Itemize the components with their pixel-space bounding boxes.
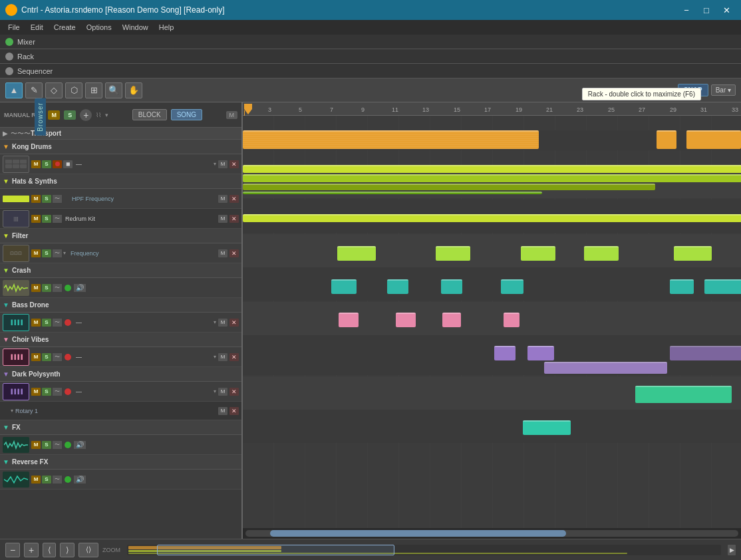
fx-s-btn[interactable]: S <box>42 441 51 449</box>
hats-s-btn[interactable]: S <box>42 195 51 203</box>
bass-mx-btn[interactable]: M <box>218 319 227 327</box>
scroll-end-btn[interactable]: ▶ <box>728 545 736 555</box>
bass-expand-btn[interactable]: ▾ <box>214 319 216 325</box>
rack-panel-header[interactable]: Rack <box>0 49 741 64</box>
fx-speaker-btn[interactable]: 🔊 <box>74 441 86 449</box>
filter-group[interactable]: ▼ Filter <box>0 229 241 243</box>
crash-wave-btn[interactable]: 〜 <box>53 284 62 292</box>
kong-m-btn[interactable]: M <box>31 160 41 168</box>
choir-m-btn[interactable]: M <box>31 353 41 361</box>
fx-clip-1[interactable] <box>635 386 732 403</box>
poly-m-btn[interactable]: M <box>31 388 41 396</box>
choir-x-btn[interactable]: ✕ <box>229 353 239 361</box>
rewind-btn[interactable]: ⟨ <box>43 543 56 557</box>
rfx-speaker-btn[interactable]: 🔊 <box>74 476 86 484</box>
bass-clip-2[interactable] <box>387 279 408 294</box>
fx-group[interactable]: ▼ FX <box>0 420 241 435</box>
redrum-mx-btn[interactable]: M <box>218 215 227 223</box>
rotary-x-btn[interactable]: ✕ <box>229 407 239 415</box>
crash-speaker-btn[interactable]: 🔊 <box>74 284 86 292</box>
rfx-wave-btn[interactable]: 〜 <box>53 476 62 484</box>
redrum-x-btn[interactable]: ✕ <box>229 215 239 223</box>
bass-clip-5[interactable] <box>670 279 694 294</box>
menu-window[interactable]: Window <box>117 22 154 33</box>
add-track-button[interactable]: + <box>80 109 92 121</box>
redrum-clip-2[interactable] <box>243 184 655 190</box>
poly-clip-2[interactable] <box>527 346 554 360</box>
menu-options[interactable]: Options <box>81 22 117 33</box>
block-button[interactable]: BLOCK <box>132 109 167 120</box>
fx-wave-btn[interactable]: 〜 <box>53 441 62 449</box>
h-scroll-track[interactable] <box>245 530 738 537</box>
kong-x-btn[interactable]: ✕ <box>229 160 239 168</box>
mixer-panel-header[interactable]: Mixer <box>0 35 741 49</box>
rotary-clip-1[interactable] <box>544 362 667 374</box>
pattern-button[interactable]: ⌇⌇ <box>96 112 101 118</box>
zoom-fit-btn[interactable]: ⟨⟩ <box>78 543 98 557</box>
menu-create[interactable]: Create <box>49 22 81 33</box>
kong-expand-btn[interactable]: ▾ <box>214 161 216 167</box>
rotary-mx-btn[interactable]: M <box>218 407 227 415</box>
redrum-clip-3[interactable] <box>243 192 542 194</box>
rfx-s-btn[interactable]: S <box>42 476 51 484</box>
bass-clip-3[interactable] <box>441 279 462 294</box>
zoom-in-btn[interactable]: + <box>24 543 39 557</box>
crash-clip-3[interactable] <box>521 246 555 261</box>
magnify-tool[interactable]: 🔍 <box>105 82 122 98</box>
choir-clip-1[interactable] <box>339 313 359 327</box>
hand-tool[interactable]: ✋ <box>125 82 142 98</box>
browser-tab[interactable]: Browser <box>35 98 46 136</box>
crash-clip-2[interactable] <box>436 246 470 261</box>
crash-clip-1[interactable] <box>337 246 376 261</box>
mute-tool[interactable]: ⊞ <box>85 82 102 98</box>
bass-drone-group[interactable]: ▼ Bass Drone <box>0 298 241 313</box>
bass-wave-btn[interactable]: 〜 <box>53 319 62 327</box>
filter-s-btn[interactable]: S <box>42 249 51 257</box>
h-scroll-thumb[interactable] <box>270 530 566 537</box>
bass-clip-6[interactable] <box>704 279 741 294</box>
kong-s-btn[interactable]: S <box>42 160 51 168</box>
hats-x-btn[interactable]: ✕ <box>229 195 239 203</box>
erase-tool[interactable]: ◇ <box>45 82 63 98</box>
menu-file[interactable]: File <box>3 22 25 33</box>
hats-m-btn[interactable]: M <box>31 195 41 203</box>
maximize-button[interactable]: □ <box>697 3 716 17</box>
bass-s-btn[interactable]: S <box>42 319 51 327</box>
kong-mx-btn[interactable]: M <box>218 160 227 168</box>
hats-clip-1[interactable] <box>243 165 741 173</box>
filter-mx-btn[interactable]: M <box>218 249 227 257</box>
bar-select[interactable]: Bar ▾ <box>711 84 736 96</box>
bass-x-btn[interactable]: ✕ <box>229 319 239 327</box>
bass-m-btn[interactable]: M <box>31 319 41 327</box>
poly-group[interactable]: ▼ Dark Polysynth <box>0 367 241 382</box>
crash-clip-5[interactable] <box>674 246 712 261</box>
choir-clip-2[interactable] <box>396 313 416 327</box>
poly-clip-3[interactable] <box>670 346 741 360</box>
poly-expand-btn[interactable]: ▾ <box>214 388 216 394</box>
rfx-clip-1[interactable] <box>523 420 571 435</box>
menu-edit[interactable]: Edit <box>25 22 49 33</box>
poly-mx-btn[interactable]: M <box>218 388 227 396</box>
minimize-button[interactable]: − <box>677 3 696 17</box>
crash-s-btn[interactable]: S <box>42 284 51 292</box>
close-button[interactable]: ✕ <box>717 3 736 17</box>
redrum-wave-btn[interactable]: 〜 <box>53 215 62 223</box>
redrum-m-btn[interactable]: M <box>31 215 41 223</box>
menu-help[interactable]: Help <box>154 22 180 33</box>
bass-clip-4[interactable] <box>501 279 523 294</box>
hats-wave-btn[interactable]: 〜 <box>53 195 62 203</box>
settings-button[interactable]: ▾ <box>105 112 108 118</box>
hats-mx-btn[interactable]: M <box>218 195 227 203</box>
razor-tool[interactable]: ⬡ <box>65 82 82 98</box>
fwd-btn[interactable]: ⟩ <box>60 543 74 557</box>
fx-m-btn[interactable]: M <box>31 441 41 449</box>
poly-clip-1[interactable] <box>494 346 516 360</box>
poly-wave-btn[interactable]: 〜 <box>53 388 62 396</box>
filter-expand-btn[interactable]: ▾ <box>63 250 66 256</box>
kong-drums-clip-3[interactable] <box>686 130 741 149</box>
overview-track[interactable] <box>127 545 721 555</box>
poly-s-btn[interactable]: S <box>42 388 51 396</box>
hats-synths-group[interactable]: ▼ Hats & Synths <box>0 174 241 189</box>
redrum-clip-1[interactable] <box>243 174 741 182</box>
pencil-tool[interactable]: ✎ <box>25 82 43 98</box>
